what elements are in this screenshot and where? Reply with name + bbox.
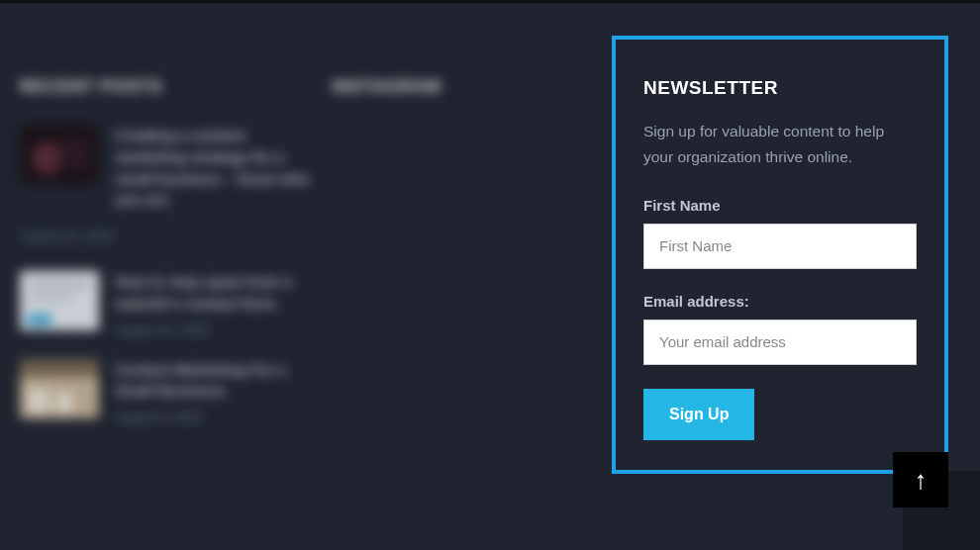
post-date: August 15, 2019 — [20, 229, 317, 243]
svg-rect-9 — [55, 393, 73, 412]
newsletter-box: NEWSLETTER Sign up for valuable content … — [612, 36, 948, 474]
email-label: Email address: — [643, 293, 917, 310]
sign-up-button[interactable]: Sign Up — [643, 389, 754, 440]
svg-rect-5 — [30, 295, 74, 301]
post-title: Creating a content marketing strategy fo… — [115, 125, 317, 211]
scroll-to-top-button[interactable]: ↑ — [893, 452, 948, 507]
first-name-label: First Name — [643, 197, 917, 214]
email-input[interactable] — [643, 320, 917, 365]
svg-rect-10 — [20, 359, 99, 377]
post-title: Content Marketing For a Small Business. — [115, 359, 317, 403]
newsletter-description: Sign up for valuable content to help you… — [643, 119, 917, 171]
recent-post-item[interactable]: Content Marketing For a Small Business. … — [20, 359, 317, 425]
post-title: How to stop spam from a website's contac… — [115, 271, 317, 315]
post-date: August 9, 2019 — [115, 410, 317, 424]
post-date: August 10, 2019 — [115, 322, 317, 337]
blurred-background-columns: RECENT POSTS Creating a content marketin… — [20, 77, 609, 446]
newsletter-heading: NEWSLETTER — [643, 77, 917, 99]
recent-post-item[interactable]: Creating a content marketing strategy fo… — [20, 125, 317, 219]
post-thumbnail — [20, 359, 99, 418]
arrow-up-icon: ↑ — [915, 465, 928, 496]
instagram-heading: INSTAGRAM — [332, 77, 589, 97]
svg-rect-8 — [28, 389, 49, 412]
post-thumbnail — [20, 271, 99, 330]
svg-point-1 — [32, 142, 63, 174]
svg-rect-2 — [59, 139, 89, 169]
svg-rect-4 — [30, 281, 89, 289]
post-thumbnail — [20, 125, 99, 184]
first-name-input[interactable] — [643, 224, 917, 269]
svg-rect-6 — [28, 315, 51, 324]
recent-posts-heading: RECENT POSTS — [20, 77, 317, 97]
recent-post-item[interactable]: How to stop spam from a website's contac… — [20, 271, 317, 337]
